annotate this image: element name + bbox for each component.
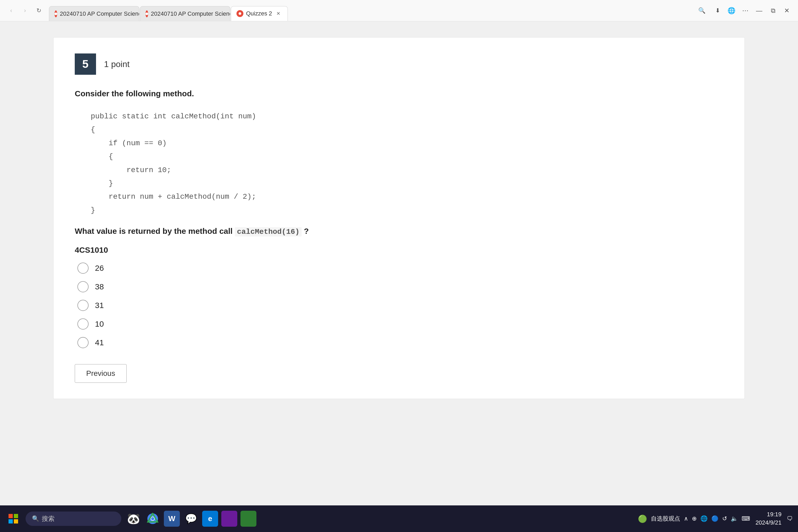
close-window-button[interactable]: ✕ [781,5,793,17]
radio-3[interactable] [77,300,89,311]
taskbar-clock: 19:19 2024/9/21 [756,510,781,527]
taskbar-time-display: 19:19 [756,510,781,519]
windows-icon [8,514,18,524]
answer-group-label: 4CS1010 [75,246,723,254]
prompt-prefix: What value is returned by the method cal… [75,227,235,235]
quiz-container: 5 1 point Consider the following method.… [53,37,745,399]
tab-3-close[interactable]: ✕ [275,10,282,17]
options-list: 26 38 31 10 41 [77,263,723,348]
tray-icon-4[interactable]: ↺ [722,515,727,522]
start-button[interactable] [5,511,21,527]
svg-point-6 [151,517,154,520]
tab-1[interactable]: 20240710 AP Computer Science [49,6,139,21]
question-prompt: What value is returned by the method cal… [75,225,723,238]
question-intro: Consider the following method. [75,88,723,99]
option-4-label: 10 [95,320,104,328]
download-button[interactable]: ⬇ [712,5,723,17]
tab-2-favicon [146,11,148,17]
page-content: 5 1 point Consider the following method.… [0,21,798,484]
prompt-suffix: ? [302,227,309,235]
radio-4[interactable] [77,318,89,329]
tray-icon-5[interactable]: 🔈 [731,515,738,522]
tab-3-title: Quizzes 2 [246,10,272,17]
minimize-button[interactable]: — [753,5,765,17]
tray-icon-2[interactable]: 🌐 [700,515,707,522]
radio-5[interactable] [77,337,89,348]
taskbar-search[interactable]: 🔍 搜索 [25,512,121,526]
taskbar-right: 🟢 自选股观点 ∧ ⊕ 🌐 🔵 ↺ 🔈 ⌨ 19:19 2024/9/21 🗨 [638,510,793,527]
tab-bar: 20240710 AP Computer Science 20240710 AP… [49,0,691,21]
option-1-label: 26 [95,264,104,273]
radio-2[interactable] [77,281,89,292]
option-5[interactable]: 41 [77,337,723,348]
option-3[interactable]: 31 [77,300,723,311]
question-header: 5 1 point [75,54,723,75]
tab-3[interactable]: Quizzes 2 ✕ [231,6,288,21]
svg-rect-1 [14,514,18,518]
search-icon: 🔍 [32,515,39,522]
svg-rect-0 [8,514,13,518]
tab-search-button[interactable]: 🔍 [696,5,707,17]
forward-button[interactable]: › [19,5,31,17]
option-5-label: 41 [95,338,104,347]
tray-icon-1[interactable]: ⊕ [692,515,697,522]
browser-tab-bar: ‹ › ↻ 20240710 AP Computer Science 20240… [0,0,798,21]
svg-rect-2 [8,519,13,524]
taskbar: 🔍 搜索 🐼 W 💬 e 🟢 自选股观点 ∧ ⊕ 🌐 🔵 ↺ [0,506,798,532]
question-number: 5 [75,54,96,75]
taskbar-date-display: 2024/9/21 [756,519,781,527]
tab-3-favicon [236,10,243,17]
radio-1[interactable] [77,263,89,274]
notification-button[interactable]: 🗨 [787,515,793,522]
taskbar-chrome-app[interactable] [145,511,161,527]
code-block: public static int calcMethod(int num) { … [91,110,723,217]
tab-1-title: 20240710 AP Computer Science [60,11,139,17]
nav-buttons: ‹ › ↻ [5,5,45,17]
previous-button[interactable]: Previous [75,364,127,383]
arrow-up-icon[interactable]: ∧ [684,515,688,522]
translate-button[interactable]: 🌐 [726,5,737,17]
taskbar-panda-app[interactable]: 🐼 [126,511,141,527]
tab-2[interactable]: 20240710 AP Computer Science [140,6,230,21]
tab-1-favicon [55,11,57,17]
tray-icon-3[interactable]: 🔵 [711,515,719,522]
option-2[interactable]: 38 [77,281,723,292]
tab-2-title: 20240710 AP Computer Science [151,11,230,17]
svg-rect-3 [14,519,18,524]
chrome-icon [147,513,158,525]
taskbar-edge-app[interactable]: e [202,511,218,527]
question-points: 1 point [104,59,130,69]
taskbar-word-app[interactable]: W [164,511,180,527]
option-1[interactable]: 26 [77,263,723,274]
search-text: 搜索 [42,514,55,523]
more-button[interactable]: ⋯ [740,5,751,17]
reload-button[interactable]: ↻ [33,5,45,17]
taskbar-apps: 🐼 W 💬 e [126,511,256,527]
option-2-label: 38 [95,282,104,291]
green-tray-icon[interactable]: 🟢 [638,514,647,523]
taskbar-green-app[interactable] [241,511,256,527]
window-controls: ⬇ 🌐 ⋯ — ⧉ ✕ [712,5,793,17]
prompt-code: calcMethod(16) [235,227,302,236]
taskbar-tray: 🟢 自选股观点 ∧ ⊕ 🌐 🔵 ↺ 🔈 ⌨ [638,514,750,523]
restore-button[interactable]: ⧉ [767,5,779,17]
tray-icon-6[interactable]: ⌨ [742,515,750,522]
option-3-label: 31 [95,301,104,310]
back-button[interactable]: ‹ [5,5,17,17]
taskbar-purple-app[interactable] [221,511,237,527]
stock-tray-icon[interactable]: 自选股观点 [651,515,680,523]
option-4[interactable]: 10 [77,318,723,329]
taskbar-wechat-app[interactable]: 💬 [183,511,199,527]
